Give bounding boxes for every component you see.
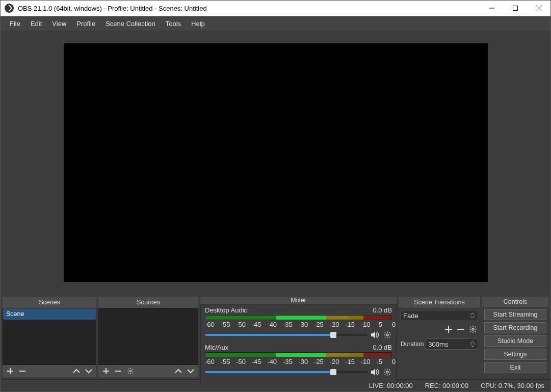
volume-slider[interactable] <box>205 371 368 373</box>
transition-value: Fade <box>403 312 418 320</box>
status-rec: REC: 00:00:00 <box>425 382 468 389</box>
add-scene-button[interactable] <box>6 367 15 376</box>
updown-icon <box>469 342 476 347</box>
menu-help[interactable]: Help <box>186 18 210 30</box>
menu-profile[interactable]: Profile <box>71 18 100 30</box>
scenes-header: Scenes <box>3 297 96 308</box>
minimize-button[interactable] <box>480 1 504 16</box>
volume-slider[interactable] <box>205 334 368 336</box>
duration-value: 300ms <box>428 341 448 348</box>
svg-marker-11 <box>371 331 375 338</box>
mixer-channel: Desktop Audio0.0 dB -60-55-50-45-40-35-3… <box>205 306 392 339</box>
transitions-body: Fade Duration 300ms <box>399 308 480 377</box>
titlebar: OBS 21.1.0 (64bit, windows) - Profile: U… <box>1 1 550 16</box>
studio-mode-button[interactable]: Studio Mode <box>484 335 546 347</box>
mixer-body: Desktop Audio0.0 dB -60-55-50-45-40-35-3… <box>200 304 397 383</box>
remove-source-button[interactable] <box>114 367 123 376</box>
meter-ticks: -60-55-50-45-40-35-30-25-20-15-10-50 <box>205 358 392 365</box>
svg-point-14 <box>386 371 388 373</box>
obs-logo-icon <box>5 4 14 13</box>
transition-select[interactable]: Fade <box>401 310 478 321</box>
preview-canvas[interactable] <box>64 43 488 282</box>
add-source-button[interactable] <box>101 367 111 376</box>
start-streaming-button[interactable]: Start Streaming <box>484 309 546 320</box>
gear-icon[interactable] <box>383 330 392 339</box>
menu-view[interactable]: View <box>47 18 71 30</box>
duration-label: Duration <box>401 341 424 348</box>
svg-point-12 <box>386 334 388 336</box>
menu-tools[interactable]: Tools <box>161 18 186 30</box>
remove-transition-button[interactable] <box>456 324 466 334</box>
sources-toolbar <box>98 365 198 377</box>
svg-point-10 <box>129 370 132 372</box>
add-transition-button[interactable] <box>443 324 454 334</box>
channel-name: Mic/Aux <box>205 344 228 351</box>
menubar: File Edit View Profile Scene Collection … <box>1 16 550 31</box>
sources-panel: Sources <box>98 297 198 377</box>
vu-meter <box>205 315 392 320</box>
maximize-button[interactable] <box>504 1 527 16</box>
sources-list[interactable] <box>98 308 198 365</box>
scenes-panel: Scenes Scene <box>3 297 96 377</box>
menu-scene-collection[interactable]: Scene Collection <box>100 18 161 30</box>
scene-item[interactable]: Scene <box>3 308 96 320</box>
source-up-button[interactable] <box>174 367 183 376</box>
svg-marker-13 <box>371 369 375 376</box>
close-button[interactable] <box>527 1 550 16</box>
settings-button[interactable]: Settings <box>484 349 546 360</box>
updown-icon <box>469 313 476 318</box>
status-cpu: CPU: 0.7%, 30.00 fps <box>481 382 544 389</box>
svg-point-18 <box>472 328 474 330</box>
transitions-panel: Scene Transitions Fade Duration 300ms <box>399 297 480 377</box>
controls-body: Start Streaming Start Recording Studio M… <box>482 307 548 377</box>
speaker-icon[interactable] <box>371 330 380 339</box>
channel-name: Desktop Audio <box>205 306 248 314</box>
scene-down-button[interactable] <box>84 367 93 376</box>
channel-db: 0.0 dB <box>373 306 392 314</box>
mixer-header: Mixer <box>200 297 397 304</box>
menu-file[interactable]: File <box>5 18 25 30</box>
preview-area <box>1 31 550 295</box>
mixer-channel: Mic/Aux0.0 dB -60-55-50-45-40-35-30-25-2… <box>205 344 392 377</box>
scenes-list[interactable]: Scene <box>3 308 96 365</box>
source-down-button[interactable] <box>186 367 195 376</box>
vu-meter <box>205 352 392 357</box>
transitions-header: Scene Transitions <box>399 297 480 308</box>
start-recording-button[interactable]: Start Recording <box>484 322 546 333</box>
sources-header: Sources <box>98 297 198 308</box>
controls-panel: Controls Start Streaming Start Recording… <box>482 297 548 377</box>
controls-header: Controls <box>482 297 548 307</box>
gear-icon[interactable] <box>383 368 392 377</box>
mixer-panel: Mixer Desktop Audio0.0 dB -60-55-50-45-4… <box>200 297 397 377</box>
remove-scene-button[interactable] <box>18 367 27 376</box>
svg-rect-1 <box>513 6 518 11</box>
channel-db: 0.0 dB <box>373 344 392 351</box>
meter-ticks: -60-55-50-45-40-35-30-25-20-15-10-50 <box>205 321 392 328</box>
scenes-toolbar <box>3 365 96 377</box>
scene-up-button[interactable] <box>72 367 81 376</box>
transition-props-button[interactable] <box>468 324 478 334</box>
window-title: OBS 21.1.0 (64bit, windows) - Profile: U… <box>18 5 480 12</box>
duration-spinbox[interactable]: 300ms <box>426 338 478 350</box>
speaker-icon[interactable] <box>371 368 380 377</box>
menu-edit[interactable]: Edit <box>25 18 47 30</box>
source-settings-button[interactable] <box>126 367 135 376</box>
exit-button[interactable]: Exit <box>484 362 546 373</box>
